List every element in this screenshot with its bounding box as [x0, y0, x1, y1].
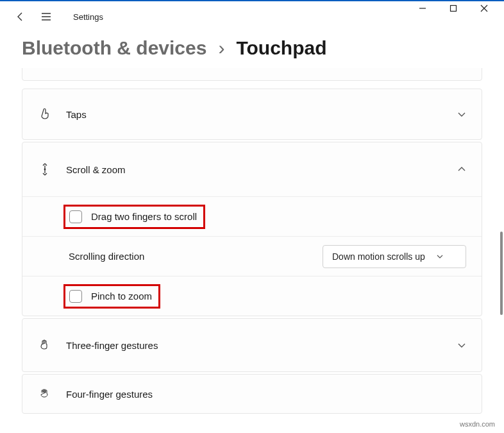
- card-three-finger[interactable]: Three-finger gestures: [22, 318, 482, 372]
- option-pinch-to-zoom[interactable]: Pinch to zoom: [22, 276, 482, 316]
- hand-tap-icon: [38, 108, 52, 121]
- hand-three-icon: [38, 339, 52, 352]
- chevron-down-icon: [457, 341, 466, 350]
- scrolling-direction-label: Scrolling direction: [69, 251, 314, 262]
- breadcrumb-current: Touchpad: [236, 37, 326, 59]
- highlight-box: Pinch to zoom: [63, 284, 160, 309]
- chevron-down-icon: [437, 253, 443, 260]
- minimize-button[interactable]: [418, 4, 427, 13]
- chevron-down-icon: [457, 110, 466, 119]
- breadcrumb-separator: ›: [218, 37, 224, 59]
- drag-two-fingers-label: Drag two fingers to scroll: [91, 211, 197, 222]
- four-finger-label: Four-finger gestures: [66, 389, 466, 400]
- card-four-finger[interactable]: Four-finger gestures: [22, 374, 482, 414]
- menu-button[interactable]: [41, 12, 51, 22]
- option-drag-two-fingers[interactable]: Drag two fingers to scroll: [22, 196, 482, 236]
- hand-four-icon: [38, 387, 52, 400]
- highlight-box: Drag two fingers to scroll: [63, 205, 205, 229]
- svg-point-1: [44, 169, 46, 171]
- window-title: Settings: [73, 12, 103, 22]
- maximize-button[interactable]: [449, 4, 458, 13]
- chevron-up-icon: [457, 165, 466, 174]
- back-button[interactable]: [15, 12, 26, 22]
- scrollbar-thumb[interactable]: [500, 232, 503, 315]
- scroll-icon: [38, 163, 52, 176]
- scrolling-direction-dropdown[interactable]: Down motion scrolls up: [323, 245, 466, 268]
- content-area: Cursor speed Taps Scroll & zoom: [0, 68, 504, 422]
- titlebar: Settings: [0, 1, 504, 32]
- svg-rect-0: [451, 6, 457, 12]
- taps-label: Taps: [66, 109, 443, 120]
- checkbox-pinch-to-zoom[interactable]: [69, 290, 82, 303]
- breadcrumb: Bluetooth & devices › Touchpad: [0, 32, 504, 68]
- watermark: wsxdn.com: [460, 420, 495, 428]
- scrolling-direction-value: Down motion scrolls up: [332, 251, 425, 262]
- close-button[interactable]: [480, 4, 489, 13]
- card-taps[interactable]: Taps: [22, 89, 482, 140]
- card-scroll-zoom: Scroll & zoom Drag two fingers to scroll…: [22, 142, 482, 316]
- breadcrumb-parent[interactable]: Bluetooth & devices: [22, 37, 206, 59]
- checkbox-drag-two-fingers[interactable]: [69, 210, 82, 223]
- row-scroll-zoom-header[interactable]: Scroll & zoom: [22, 142, 482, 196]
- card-cursor-speed[interactable]: Cursor speed: [22, 68, 482, 81]
- scroll-zoom-label: Scroll & zoom: [66, 164, 443, 175]
- three-finger-label: Three-finger gestures: [66, 340, 443, 351]
- option-scrolling-direction: Scrolling direction Down motion scrolls …: [22, 236, 482, 276]
- pinch-to-zoom-label: Pinch to zoom: [91, 291, 152, 301]
